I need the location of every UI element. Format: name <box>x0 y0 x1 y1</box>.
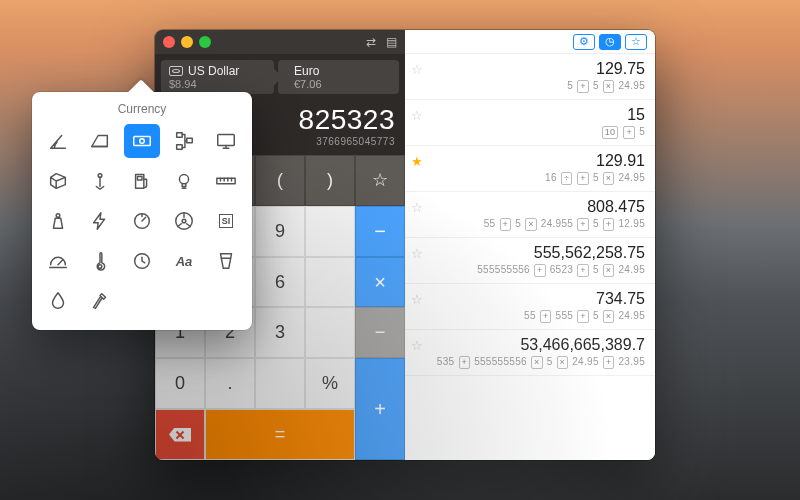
radiation-icon[interactable] <box>166 204 202 238</box>
category-grid: SIAa <box>40 124 244 318</box>
fuel-icon[interactable] <box>124 164 160 198</box>
history-result: 129.75 <box>431 60 645 78</box>
history-result: 53,466,665,389.7 <box>431 336 645 354</box>
depth-icon[interactable] <box>82 164 118 198</box>
history-star-icon[interactable]: ★ <box>411 154 423 169</box>
convert-to[interactable]: Euro €7.06 <box>278 60 399 94</box>
energy-icon[interactable] <box>82 204 118 238</box>
maximize-button[interactable] <box>199 36 211 48</box>
history-result: 129.91 <box>431 152 645 170</box>
display-icon[interactable] <box>208 124 244 158</box>
temperature-icon[interactable] <box>82 244 118 278</box>
svg-rect-0 <box>134 136 151 145</box>
history-star-icon[interactable]: ☆ <box>411 246 423 261</box>
svg-point-14 <box>182 219 186 223</box>
length-icon[interactable] <box>208 164 244 198</box>
history-expression: 535 + 555555556 × 5 × 24.95 + 23.95 <box>431 356 645 369</box>
history-item[interactable]: ☆808.47555 + 5 × 24.955 + 5 + 12.95 <box>405 192 655 238</box>
volume-icon[interactable] <box>40 164 76 198</box>
time-icon[interactable] <box>124 244 160 278</box>
swap-icon[interactable]: ⇄ <box>366 35 376 49</box>
key-6[interactable]: 6 <box>255 257 305 308</box>
liquid-icon[interactable] <box>40 284 76 318</box>
currency-icon[interactable] <box>124 124 160 158</box>
history-result: 808.475 <box>431 198 645 216</box>
area-icon[interactable] <box>82 124 118 158</box>
history-star-icon[interactable]: ☆ <box>411 108 423 123</box>
close-button[interactable] <box>163 36 175 48</box>
backspace-icon <box>169 428 191 442</box>
svg-point-11 <box>56 214 60 218</box>
history-item[interactable]: ☆555,562,258.75555555556 + 6523 + 5 × 24… <box>405 238 655 284</box>
weight-icon[interactable] <box>40 204 76 238</box>
popover-title: Currency <box>40 102 244 116</box>
key-percent[interactable]: % <box>305 358 355 409</box>
svg-rect-4 <box>187 138 193 143</box>
history-pane: ⚙ ◷ ☆ ☆129.755 + 5 × 24.95☆1510 + 5★129.… <box>405 30 655 460</box>
history-result: 555,562,258.75 <box>431 244 645 262</box>
tools-icon[interactable] <box>82 284 118 318</box>
light-icon[interactable] <box>166 164 202 198</box>
star-outline-icon: ☆ <box>631 35 641 48</box>
gear-icon: ⚙ <box>579 35 589 48</box>
history-tab[interactable]: ◷ <box>599 34 621 50</box>
history-expression: 10 + 5 <box>431 126 645 139</box>
angle-icon[interactable] <box>40 124 76 158</box>
svg-rect-8 <box>137 176 142 180</box>
key-rparen[interactable]: ) <box>305 155 355 206</box>
key-delete[interactable] <box>155 409 205 460</box>
key-blank5[interactable] <box>305 307 355 358</box>
key-minus2[interactable]: − <box>355 307 405 358</box>
category-popover: Currency SIAa <box>32 92 252 330</box>
history-expression: 5 + 5 × 24.95 <box>431 80 645 93</box>
history-star-icon[interactable]: ☆ <box>411 200 423 215</box>
minimize-button[interactable] <box>181 36 193 48</box>
svg-point-1 <box>140 139 145 144</box>
history-result: 734.75 <box>431 290 645 308</box>
typography-icon[interactable]: Aa <box>166 244 202 278</box>
key-blank4[interactable] <box>305 257 355 308</box>
history-item[interactable]: ☆53,466,665,389.7535 + 555555556 × 5 × 2… <box>405 330 655 376</box>
key-dot[interactable]: . <box>205 358 255 409</box>
cooking-icon[interactable] <box>208 244 244 278</box>
convert-from[interactable]: US Dollar $8.94 <box>161 60 274 94</box>
key-equals[interactable]: = <box>205 409 355 460</box>
key-0[interactable]: 0 <box>155 358 205 409</box>
notes-icon[interactable]: ▤ <box>386 35 397 49</box>
svg-point-15 <box>98 265 102 269</box>
svg-rect-10 <box>217 178 235 184</box>
history-expression: 555555556 + 6523 + 5 × 24.95 <box>431 264 645 277</box>
speed-icon[interactable] <box>40 244 76 278</box>
convert-from-name: US Dollar <box>188 64 239 78</box>
key-plus[interactable]: + <box>355 358 405 460</box>
key-lparen[interactable]: ( <box>255 155 305 206</box>
pressure-icon[interactable] <box>124 204 160 238</box>
titlebar: ⇄ ▤ <box>155 30 405 54</box>
data-icon[interactable] <box>166 124 202 158</box>
history-expression: 16 ÷ + 5 × 24.95 <box>431 172 645 185</box>
history-item[interactable]: ☆129.755 + 5 × 24.95 <box>405 54 655 100</box>
history-item[interactable]: ☆734.7555 + 555 + 5 × 24.95 <box>405 284 655 330</box>
favorites-tab[interactable]: ☆ <box>625 34 647 50</box>
history-item[interactable]: ★129.9116 ÷ + 5 × 24.95 <box>405 146 655 192</box>
svg-point-9 <box>179 175 188 184</box>
key-9[interactable]: 9 <box>255 206 305 257</box>
key-minus[interactable]: − <box>355 206 405 257</box>
history-toolbar: ⚙ ◷ ☆ <box>405 30 655 54</box>
key-3[interactable]: 3 <box>255 307 305 358</box>
key-blank3[interactable] <box>305 206 355 257</box>
svg-rect-3 <box>177 145 183 150</box>
history-star-icon[interactable]: ☆ <box>411 292 423 307</box>
history-item[interactable]: ☆1510 + 5 <box>405 100 655 146</box>
history-star-icon[interactable]: ☆ <box>411 338 423 353</box>
settings-button[interactable]: ⚙ <box>573 34 595 50</box>
key-multiply[interactable]: × <box>355 257 405 308</box>
si-icon[interactable]: SI <box>208 204 244 238</box>
convert-to-value: €7.06 <box>294 78 391 90</box>
svg-rect-5 <box>218 135 235 146</box>
key-favorite[interactable]: ☆ <box>355 155 405 206</box>
key-blank6[interactable] <box>255 358 305 409</box>
clock-icon: ◷ <box>605 35 615 48</box>
svg-rect-2 <box>177 133 183 138</box>
history-star-icon[interactable]: ☆ <box>411 62 423 77</box>
